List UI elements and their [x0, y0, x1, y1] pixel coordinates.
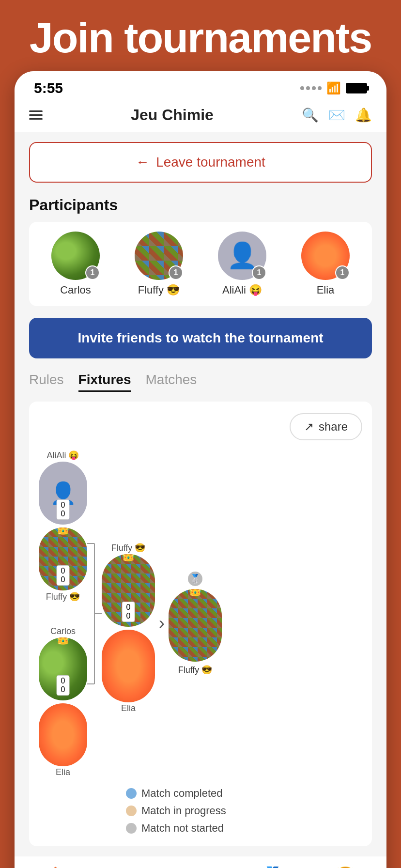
badge-aliali: 1	[252, 265, 266, 280]
nav-tournament[interactable]: 🥇 Tourna...	[237, 866, 309, 868]
crown-carlos: 👑	[56, 637, 70, 645]
mail-icon[interactable]: ✉️	[328, 107, 345, 123]
badge-carlos: 1	[85, 265, 100, 280]
participant-aliali: 👤 1 AliAli 😝	[205, 232, 279, 296]
home-icon: 🏠	[45, 866, 66, 868]
app-header: Jeu Chimie 🔍 ✉️ 🔔	[15, 101, 386, 132]
status-bar: 5:55 📶	[15, 71, 386, 101]
status-icons: 📶	[300, 81, 367, 95]
bracket-connector-svg	[87, 473, 102, 754]
legend-label-notstarted: Match not started	[141, 822, 224, 835]
nav-champion[interactable]: 🏆 Champion...	[309, 866, 382, 868]
participant-carlos: 1 Carlos	[39, 232, 112, 296]
wifi-icon: 📶	[326, 81, 341, 95]
avatar-elia-semi	[102, 630, 155, 702]
main-content: ← Leave tournament Participants 1 Carlos	[15, 132, 386, 856]
legend-completed: Match completed	[126, 787, 362, 800]
score-aliali: 00	[57, 499, 70, 520]
banner-title: Join tournaments	[19, 15, 382, 62]
bracket: AliAli 😝 👤 00 👑 00	[39, 450, 362, 777]
player-fluffy-r1: 👑 00 Fluffy 😎	[39, 527, 87, 602]
score-fluffy-semi: 00	[122, 602, 135, 622]
back-arrow-icon: ←	[136, 155, 149, 170]
crown-winner: 👑	[188, 589, 202, 597]
participant-name-aliali: AliAli 😝	[222, 284, 262, 296]
avatar-wrap-carlos: 1	[51, 232, 100, 280]
tab-matches[interactable]: Matches	[146, 372, 197, 392]
avatar-wrap-aliali: 👤 1	[218, 232, 266, 280]
match-1: AliAli 😝 👤 00 👑 00	[39, 450, 87, 602]
tab-rules[interactable]: Rules	[29, 372, 64, 392]
champion-icon: 🏆	[335, 866, 356, 868]
bell-icon[interactable]: 🔔	[355, 107, 372, 123]
participant-fluffy: 1 Fluffy 😎	[122, 232, 196, 296]
legend-dot-inprogress	[126, 806, 137, 816]
oval-fluffy-semi: 👑 00	[102, 554, 155, 627]
app-title: Jeu Chimie	[131, 106, 214, 124]
share-label: share	[319, 420, 348, 434]
oval-aliali: 👤 00	[39, 462, 87, 525]
avatar-elia-oval	[39, 703, 87, 766]
player-elia-semi: Elia	[102, 630, 155, 713]
player-carlos-r1: Carlos 👑 00	[39, 626, 87, 700]
leave-tournament-button[interactable]: ← Leave tournament	[29, 142, 372, 183]
banner: Join tournaments	[0, 0, 401, 71]
match-2: Carlos 👑 00 Elia	[39, 626, 87, 777]
oval-winner: 👑	[169, 589, 222, 662]
legend-label-inprogress: Match in progress	[141, 805, 226, 817]
matches-icon: 🎮	[189, 866, 211, 868]
participant-name-fluffy: Fluffy 😎	[138, 284, 180, 296]
participant-name-carlos: Carlos	[60, 284, 91, 296]
player-fluffy-r1-label: Fluffy 😎	[46, 591, 80, 602]
player-elia-r1: Elia	[39, 703, 87, 777]
player-elia-semi-label: Elia	[121, 703, 136, 713]
player-fluffy-semi: Fluffy 😎 👑 00	[102, 542, 155, 627]
participant-elia: 1 Elia	[289, 232, 362, 296]
player-fluffy-semi-label: Fluffy 😎	[111, 542, 146, 553]
connector-lines	[87, 473, 102, 754]
winner-name: Fluffy 😎	[178, 665, 213, 675]
crown-fluffy-r1: 👑	[56, 527, 70, 535]
crown-fluffy-semi: 👑	[121, 554, 136, 562]
participants-card: 1 Carlos 1 Fluffy 😎 👤 1	[29, 222, 372, 306]
share-button[interactable]: ↗ share	[290, 413, 362, 440]
semifinal-column: Fluffy 😎 👑 00 Elia	[102, 513, 155, 713]
legend-dot-notstarted	[126, 823, 137, 834]
hamburger-menu[interactable]	[29, 110, 43, 120]
avatar-wrap-fluffy: 1	[135, 232, 183, 280]
share-icon: ↗	[304, 420, 314, 434]
score-fluffy-r1: 00	[57, 565, 70, 586]
header-icons: 🔍 ✉️ 🔔	[302, 107, 372, 123]
avatar-winner	[169, 589, 222, 662]
bracket-arrow: ›	[159, 594, 165, 634]
fixtures-card: ↗ share AliAli 😝 👤 00	[29, 402, 372, 846]
player-aliali-label: AliAli 😝	[46, 450, 79, 461]
leave-tournament-label: Leave tournament	[156, 155, 265, 170]
fixtures-header: ↗ share	[39, 413, 362, 440]
player-carlos-label: Carlos	[50, 626, 76, 636]
nav-home[interactable]: 🏠 Home	[19, 866, 92, 868]
score-carlos: 00	[57, 675, 70, 696]
search-icon[interactable]: 🔍	[302, 107, 319, 123]
oval-fluffy-r1: 👑 00	[39, 527, 87, 590]
signal-dots	[300, 86, 322, 90]
legend: Match completed Match in progress Match …	[39, 787, 362, 835]
player-elia-r1-label: Elia	[56, 767, 70, 777]
semifinal-match: Fluffy 😎 👑 00 Elia	[102, 542, 155, 713]
oval-elia-semi	[102, 630, 155, 702]
legend-label-completed: Match completed	[141, 787, 223, 800]
avatar-wrap-elia: 1	[301, 232, 350, 280]
participants-title: Participants	[29, 196, 372, 214]
legend-dot-completed	[126, 788, 137, 799]
nav-matches[interactable]: 🎮 Matches	[164, 866, 237, 868]
legend-notstarted: Match not started	[126, 822, 362, 835]
phone-frame: 5:55 📶 Jeu Chimie 🔍 ✉️ 🔔 ← Leave tournam…	[15, 71, 386, 868]
tabs: Rules Fixtures Matches	[29, 372, 372, 392]
bottom-nav: 🏠 Home 📰 News 🎮 Matches 🥇 Tourna... 🏆 Ch…	[15, 856, 386, 868]
tournament-icon: 🥇	[262, 866, 284, 868]
tab-fixtures[interactable]: Fixtures	[78, 372, 131, 392]
invite-friends-button[interactable]: Invite friends to watch the tournament	[29, 318, 372, 358]
oval-elia-r1	[39, 703, 87, 766]
nav-news[interactable]: 📰 News	[92, 866, 165, 868]
battery-icon	[346, 83, 367, 93]
